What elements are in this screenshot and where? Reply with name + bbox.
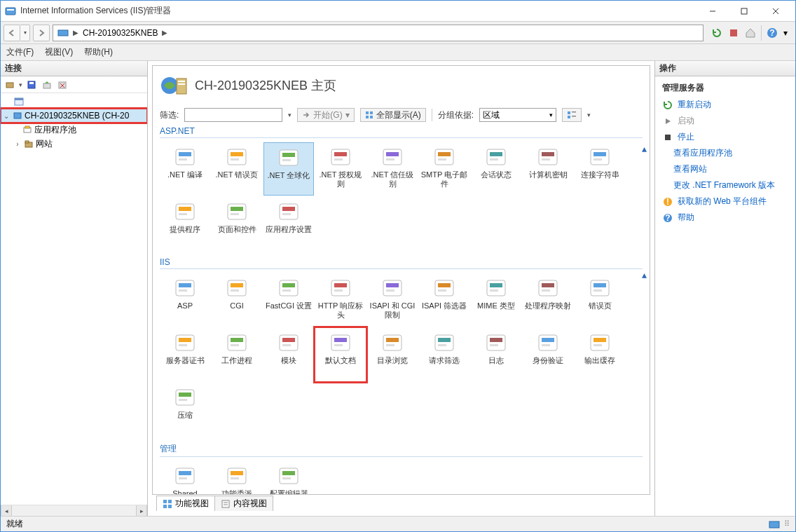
view-mode-button[interactable]: [562, 108, 582, 122]
feature-item[interactable]: .NET 授权规则: [315, 142, 366, 196]
tree-sites[interactable]: › 网站: [1, 137, 147, 151]
breadcrumb-root-icon[interactable]: [57, 29, 69, 37]
feature-item[interactable]: 处理程序映射: [523, 273, 573, 327]
feature-item[interactable]: 应用程序设置: [263, 197, 314, 250]
connect-dropdown-icon[interactable]: ▾: [19, 81, 22, 88]
feature-item[interactable]: ASP: [160, 273, 210, 327]
feature-item[interactable]: CGI: [212, 273, 262, 327]
feature-item[interactable]: 连接字符串: [575, 142, 625, 196]
maximize-button[interactable]: [728, 1, 760, 21]
tree-collapse-icon[interactable]: ⌄: [2, 112, 11, 120]
feature-item[interactable]: 提供程序: [160, 197, 210, 250]
tree-server-label: CH-20190325KNEB (CH-20: [25, 111, 129, 121]
action-stop[interactable]: 停止: [661, 129, 790, 145]
show-all-button[interactable]: 全部显示(A): [360, 108, 426, 122]
group-by-dropdown[interactable]: 区域▾: [479, 108, 556, 122]
feature-label: HTTP 响应标头: [317, 301, 364, 319]
tree-app-pools[interactable]: 应用程序池: [1, 123, 147, 137]
svg-rect-80: [282, 289, 291, 292]
tree-start-page[interactable]: [1, 95, 147, 109]
svg-rect-49: [386, 152, 399, 156]
help-dropdown[interactable]: ▾: [781, 25, 790, 41]
feature-icon: [173, 145, 197, 169]
action-view-apppools[interactable]: 查看应用程序池: [661, 145, 790, 161]
go-button[interactable]: 开始(G) ▾: [297, 108, 354, 122]
action-change-framework[interactable]: 更改 .NET Framework 版本: [661, 177, 790, 193]
up-level-icon[interactable]: [41, 79, 53, 91]
feature-item[interactable]: ISAPI 和 CGI 限制: [367, 273, 418, 327]
feature-item[interactable]: 默认文档: [315, 328, 366, 381]
collapse-iis-icon[interactable]: ▴: [642, 269, 647, 280]
breadcrumb-bar[interactable]: ▶ CH-20190325KNEB ▶: [53, 25, 704, 41]
tab-content-view[interactable]: 内容视图: [214, 496, 273, 511]
menu-help[interactable]: 帮助(H): [84, 46, 113, 58]
feature-item[interactable]: 压缩: [160, 383, 210, 436]
breadcrumb-sep-icon: ▶: [73, 29, 78, 36]
feature-item[interactable]: 会话状态: [471, 142, 521, 196]
help-button[interactable]: ?: [764, 25, 780, 41]
feature-item[interactable]: 页面和控件: [212, 197, 262, 250]
feature-item[interactable]: 错误页: [575, 273, 625, 327]
warning-icon: !: [662, 196, 673, 207]
breadcrumb-server[interactable]: CH-20190325KNEB: [83, 28, 158, 38]
tree-server-node[interactable]: ⌄ CH-20190325KNEB (CH-20: [1, 109, 147, 123]
feature-item[interactable]: ISAPI 筛选器: [419, 273, 469, 327]
feature-item[interactable]: 输出缓存: [575, 328, 625, 381]
filter-input[interactable]: [184, 108, 282, 122]
feature-item[interactable]: 身份验证: [523, 328, 573, 381]
feature-item[interactable]: 服务器证书: [160, 328, 210, 381]
back-history-dropdown[interactable]: ▾: [20, 25, 30, 41]
home-button[interactable]: [743, 25, 758, 41]
feature-item[interactable]: HTTP 响应标头: [315, 273, 366, 327]
action-help[interactable]: ?帮助: [661, 210, 790, 226]
feature-item[interactable]: Shared: [160, 461, 210, 495]
feature-item[interactable]: MIME 类型: [471, 273, 521, 327]
feature-item[interactable]: 模块: [263, 328, 314, 381]
minimize-button[interactable]: [696, 1, 728, 21]
feature-item[interactable]: SMTP 电子邮件: [419, 142, 469, 196]
svg-rect-86: [386, 289, 394, 292]
forward-button[interactable]: [33, 25, 50, 41]
feature-item[interactable]: 计算机密钥: [523, 142, 573, 196]
stop-button[interactable]: [726, 25, 741, 41]
delete-connection-icon[interactable]: [56, 79, 69, 91]
refresh-button[interactable]: [709, 25, 725, 41]
feature-item[interactable]: .NET 信任级别: [367, 142, 418, 196]
feature-item[interactable]: .NET 错误页: [212, 142, 262, 196]
feature-icon: [225, 331, 249, 355]
feature-item[interactable]: 工作进程: [212, 328, 262, 381]
feature-icon: [536, 276, 560, 300]
feature-label: 页面和控件: [218, 225, 256, 234]
feature-label: 计算机密钥: [529, 170, 568, 179]
action-get-wpi[interactable]: !获取新的 Web 平台组件: [661, 193, 790, 210]
feature-icon: [588, 145, 612, 169]
svg-rect-6: [58, 30, 68, 36]
menu-view[interactable]: 视图(V): [45, 46, 73, 58]
connections-hscroll[interactable]: ◂▸: [1, 505, 147, 516]
action-restart[interactable]: 重新启动: [661, 97, 790, 113]
tab-features-view[interactable]: 功能视图: [156, 496, 215, 511]
filter-dropdown-icon[interactable]: ▾: [288, 111, 291, 118]
back-button[interactable]: [4, 25, 20, 41]
tab-content-label: 内容视图: [233, 498, 267, 510]
collapse-aspnet-icon[interactable]: ▴: [642, 143, 647, 154]
action-start[interactable]: 启动: [661, 113, 790, 129]
feature-item[interactable]: 请求筛选: [419, 328, 469, 381]
connect-icon[interactable]: [4, 79, 16, 91]
svg-rect-135: [280, 468, 298, 484]
tree-expand-icon[interactable]: ›: [13, 140, 22, 148]
feature-icon: [277, 200, 301, 224]
feature-item[interactable]: FastCGI 设置: [263, 273, 314, 327]
status-ready: 就绪: [6, 518, 23, 530]
feature-item[interactable]: .NET 全球化: [263, 142, 314, 196]
feature-item[interactable]: 功能委派: [212, 461, 262, 495]
menu-file[interactable]: 文件(F): [6, 46, 34, 58]
view-mode-dropdown-icon[interactable]: ▾: [587, 111, 591, 118]
feature-item[interactable]: .NET 编译: [160, 142, 210, 196]
save-connections-icon[interactable]: [25, 79, 38, 91]
feature-item[interactable]: 日志: [471, 328, 521, 381]
feature-item[interactable]: 目录浏览: [367, 328, 418, 381]
action-view-sites[interactable]: 查看网站: [661, 161, 790, 177]
feature-item[interactable]: 配置编辑器: [263, 461, 314, 495]
close-button[interactable]: [760, 1, 791, 21]
